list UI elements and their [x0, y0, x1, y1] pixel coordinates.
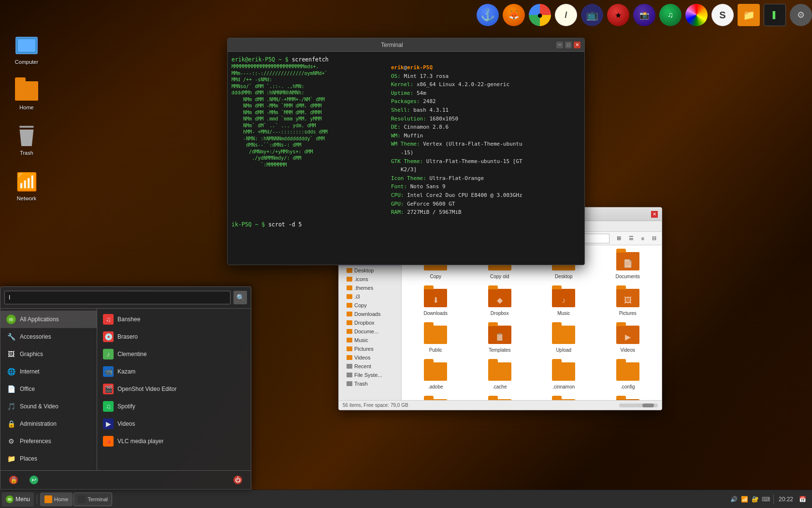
- fm-file-config[interactable]: .config: [598, 359, 658, 392]
- internet-icon: 🌐: [6, 367, 16, 376]
- tray-volume-icon[interactable]: 🔊: [730, 495, 739, 504]
- launcher-rainbow[interactable]: [685, 4, 708, 26]
- launcher-s-app[interactable]: S: [711, 4, 734, 26]
- taskbar-window-home[interactable]: Home: [40, 493, 72, 506]
- launcher-spotify[interactable]: ♫: [659, 4, 682, 26]
- terminal-maximize-btn[interactable]: □: [565, 42, 572, 48]
- desktop-icon-trash[interactable]: Trash: [7, 125, 46, 156]
- launcher-shutter[interactable]: 📸: [633, 4, 655, 26]
- fm-view-col-btn[interactable]: ⊟: [649, 233, 660, 244]
- launcher-tv[interactable]: 📺: [581, 4, 603, 26]
- launcher-files[interactable]: 📁: [738, 4, 760, 26]
- app-category-graphics[interactable]: 🖼 Graphics: [0, 345, 97, 363]
- fm-main-area[interactable]: Copy Copy old Desktop 📄 Documents: [402, 245, 662, 400]
- desktop-icon-home[interactable]: Home: [7, 79, 46, 110]
- app-category-places[interactable]: 📁 Places: [0, 450, 97, 467]
- fm-sidebar-dropbox[interactable]: Dropbox: [339, 318, 401, 327]
- app-category-accessories[interactable]: 🔧 Accessories: [0, 328, 97, 345]
- app-search-input[interactable]: [4, 291, 231, 304]
- app-category-office[interactable]: 📄 Office: [0, 380, 97, 398]
- desktop-icon-computer[interactable]: Computer: [7, 34, 46, 65]
- fm-close-btn[interactable]: ✕: [651, 211, 658, 218]
- app-category-administration[interactable]: 🔒 Administration: [0, 415, 97, 433]
- app-item-spotify[interactable]: ♫ Spotify: [97, 398, 251, 415]
- taskbar-menu-btn[interactable]: m Menu: [2, 492, 34, 507]
- terminal-minimize-btn[interactable]: ─: [556, 42, 563, 48]
- fm-sidebar-music[interactable]: Music: [339, 336, 401, 344]
- app-item-videos[interactable]: ▶ Videos: [97, 415, 251, 433]
- tray-network-icon[interactable]: 📶: [740, 495, 749, 504]
- launcher-anchor[interactable]: ⚓: [477, 4, 499, 26]
- app-item-clementine[interactable]: ♪ Clementine: [97, 345, 251, 363]
- fm-file-music[interactable]: ♪ Music: [534, 286, 594, 319]
- launcher-settings[interactable]: ⚙: [790, 4, 812, 26]
- fm-file-dropbox[interactable]: ◆ Dropbox: [470, 286, 530, 319]
- fm-file-cinnamon[interactable]: .cinnamon: [534, 359, 594, 392]
- fm-file-dbus[interactable]: .dbus: [470, 396, 530, 400]
- network-label: Network: [17, 195, 36, 201]
- launcher-terminal[interactable]: ▋: [764, 4, 786, 26]
- app-category-sound-video[interactable]: 🎵 Sound & Video: [0, 398, 97, 415]
- launcher-chrome[interactable]: ●: [529, 4, 551, 26]
- fm-file-templates[interactable]: 📋 Templates: [470, 323, 530, 356]
- fm-file-dropbox-dist[interactable]: .dropbox-dist: [598, 396, 658, 400]
- fm-view-icons-btn[interactable]: ⊞: [613, 233, 624, 244]
- fm-sidebar-filesystem[interactable]: File Syste...: [339, 371, 401, 379]
- app-item-brasero[interactable]: 💿 Brasero: [97, 328, 251, 345]
- app-item-kazam[interactable]: 📹 Kazam: [97, 363, 251, 380]
- fm-sidebar-videos[interactable]: Videos: [339, 353, 401, 362]
- app-item-vlc[interactable]: 🔺 VLC media player: [97, 433, 251, 450]
- fm-sidebar-trash-label: Trash: [354, 381, 368, 387]
- fm-sidebar-themes[interactable]: .themes: [339, 284, 401, 292]
- desktop-icon-network[interactable]: 📶 Network: [7, 170, 46, 201]
- fm-file-cache[interactable]: .cache: [470, 359, 530, 392]
- fm-view-compact-btn[interactable]: ≡: [638, 233, 648, 244]
- fm-scrollbar[interactable]: [619, 403, 658, 407]
- openshot-icon: 🎬: [103, 384, 114, 394]
- fm-scroll-track[interactable]: [619, 403, 658, 407]
- fm-file-downloads[interactable]: ⬇ Downloads: [406, 286, 466, 319]
- app-menu-undo-btn[interactable]: ↩: [25, 473, 43, 487]
- terminal-close-btn[interactable]: ✕: [574, 42, 580, 48]
- fm-sidebar-trash[interactable]: Trash: [339, 379, 401, 388]
- fm-file-adobe[interactable]: .adobe: [406, 359, 466, 392]
- launcher-firefox[interactable]: 🦊: [503, 4, 525, 26]
- fm-scroll-thumb[interactable]: [642, 403, 654, 407]
- fm-sidebar-pictures[interactable]: Pictures: [339, 344, 401, 353]
- fm-sidebar-icons[interactable]: .icons: [339, 275, 401, 284]
- fm-file-documents[interactable]: 📄 Documents: [598, 249, 658, 282]
- fm-file-dotcopy[interactable]: .copy: [406, 396, 466, 400]
- app-category-internet[interactable]: 🌐 Internet: [0, 363, 97, 380]
- taskbar-middle: Home Terminal: [38, 493, 726, 506]
- fm-view-list-btn[interactable]: ☰: [625, 233, 637, 244]
- app-item-banshee[interactable]: ♫ Banshee: [97, 311, 251, 328]
- launcher-text-editor[interactable]: /: [555, 4, 577, 26]
- taskbar-window-terminal[interactable]: Terminal: [73, 493, 112, 506]
- fm-file-upload[interactable]: Upload: [534, 323, 594, 356]
- tray-security-icon[interactable]: 🔐: [751, 495, 760, 504]
- fm-sidebar-downloads[interactable]: Downloads: [339, 310, 401, 318]
- app-menu-lock-btn[interactable]: 🔒: [4, 473, 23, 487]
- app-category-all[interactable]: m All Applications: [0, 311, 97, 328]
- fm-sidebar-copy-label: Copy: [354, 302, 367, 308]
- fm-sidebar-desktop-label: Desktop: [354, 268, 374, 273]
- clementine-icon: ♪: [103, 349, 114, 359]
- fm-sidebar-documents[interactable]: Docume...: [339, 327, 401, 336]
- fm-sidebar-copy[interactable]: Copy: [339, 301, 401, 310]
- themes-folder-dot: [347, 285, 352, 290]
- fm-file-videos[interactable]: ▶ Videos: [598, 323, 658, 356]
- app-search-btn[interactable]: 🔍: [233, 291, 247, 304]
- app-item-openshot[interactable]: 🎬 OpenShot Video Editor: [97, 380, 251, 398]
- fm-file-dotdropbox[interactable]: .dropbox: [534, 396, 594, 400]
- app-category-preferences[interactable]: ⚙ Preferences: [0, 433, 97, 450]
- taskbar-date-icon[interactable]: 📅: [797, 496, 808, 503]
- fm-sidebar-i3[interactable]: .i3: [339, 292, 401, 301]
- fm-file-public[interactable]: Public: [406, 323, 466, 356]
- fm-file-pictures[interactable]: 🖼 Pictures: [598, 286, 658, 319]
- tray-keyboard-icon[interactable]: ⌨: [762, 495, 770, 504]
- fm-sidebar-recent[interactable]: Recent: [339, 362, 401, 371]
- launcher-app-red[interactable]: ★: [607, 4, 629, 26]
- terminal-body[interactable]: erik@erik-P5Q ~ $ screenfetch MMMMMMMMMM…: [228, 52, 584, 265]
- app-menu-power-btn[interactable]: ⏻: [229, 473, 247, 487]
- fm-sidebar-desktop[interactable]: Desktop: [339, 266, 401, 275]
